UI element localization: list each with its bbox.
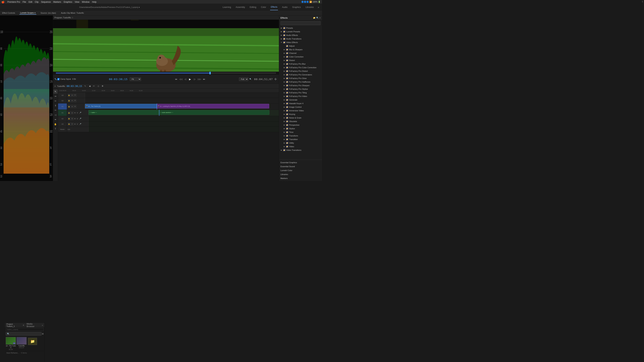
tree-item-audio-effects[interactable]: ▶ 📁 Audio Effects <box>279 33 322 37</box>
tree-item-hawaiki-keyer[interactable]: ▶ 📁 Hawaiki Keyer 4 <box>279 102 322 105</box>
go-to-in-point[interactable]: ⏮ <box>174 77 178 81</box>
track-a1-mic[interactable]: 🎤 <box>79 112 81 114</box>
slip-tool[interactable]: ◁ <box>53 113 58 117</box>
track-v2-sync[interactable]: ⊕ <box>71 99 73 102</box>
pen-tool[interactable]: ✒ <box>53 117 58 122</box>
quality-selector[interactable]: Full 1/2 1/4 <box>239 77 248 81</box>
clip-squirrels-audio[interactable]: ~~~audio waveform~~~ <box>159 110 269 115</box>
tree-item-fxfactory-generators[interactable]: ▶ 📁 FxFactory Pro Generators <box>279 73 322 76</box>
more-workspaces[interactable]: » <box>318 6 319 8</box>
tree-item-video[interactable]: ▶ 📁 Video <box>279 145 322 148</box>
footer-essential-graphics[interactable]: Essential Graphics <box>279 161 322 164</box>
monitor-scrubber-area[interactable] <box>53 72 279 74</box>
track-a2-lock[interactable]: 🔒 <box>68 117 70 120</box>
tab-lumetri-scopes[interactable]: Lumetri Scopes ≡ <box>20 11 36 14</box>
tab-assembly[interactable]: Assembly <box>235 4 246 10</box>
tree-item-transition[interactable]: ▶ 📁 Transition <box>279 138 322 141</box>
menu-markers[interactable]: Markers <box>53 1 61 3</box>
menu-window[interactable]: Window <box>82 1 90 3</box>
track-v1-eye[interactable]: 👁 <box>74 105 76 108</box>
track-a1-s[interactable]: S <box>77 112 78 114</box>
effects-new-folder[interactable]: 📁 <box>313 17 316 19</box>
tool-ripple[interactable]: ✂ <box>92 84 96 88</box>
tree-item-generate[interactable]: ▶ 📁 Generate <box>279 98 322 102</box>
tab-graphics[interactable]: Graphics <box>292 4 302 10</box>
track-v3-lock[interactable]: 🔒 <box>68 94 70 97</box>
add-marker[interactable]: ➕ <box>274 77 278 81</box>
step-back[interactable]: ◁◁ <box>179 77 183 81</box>
track-a3-sync[interactable]: ⊕ <box>71 123 73 125</box>
tab-color[interactable]: Color <box>260 4 267 10</box>
menu-sequence[interactable]: Sequence <box>41 1 51 3</box>
menu-help[interactable]: Help <box>92 1 96 3</box>
tree-item-distort[interactable]: ▶ 📁 Distort <box>279 58 322 62</box>
monitor-scrubber[interactable] <box>56 72 276 74</box>
tree-item-immersive-video[interactable]: ▶ 📁 Immersive Video <box>279 109 322 112</box>
tab-libraries[interactable]: Libraries <box>305 4 314 10</box>
tree-item-fxfactory-distort[interactable]: ▶ 📁 FxFactory Pro Distort <box>279 69 322 73</box>
tool-track-select[interactable]: ◀ <box>88 84 92 88</box>
ripple-tool[interactable]: ⇐ <box>53 99 58 103</box>
apple-menu[interactable]: 🍎 <box>2 0 4 3</box>
go-to-out-point[interactable]: ⏭ <box>202 77 206 81</box>
tree-item-lumetri-presets[interactable]: ▶ 📁 Lumetri Presets <box>279 30 322 33</box>
track-a3-s[interactable]: S <box>77 123 78 125</box>
track-a3-lock[interactable]: 🔒 <box>68 123 70 125</box>
track-v1-sync[interactable]: ⊕ <box>71 105 73 108</box>
tree-item-fxfactory-stylize[interactable]: ▶ 📁 FxFactory Pro Stylize <box>279 87 322 91</box>
tab-audio[interactable]: Audio <box>281 4 288 10</box>
tab-source-no-clips[interactable]: Source: (no clips) <box>40 11 57 14</box>
footer-libraries[interactable]: Libraries <box>279 172 322 176</box>
tab-editing[interactable]: Editing <box>249 4 257 10</box>
effects-find[interactable]: 🔍 <box>316 17 319 19</box>
tree-item-audio-transitions[interactable]: ▶ 📁 Audio Transitions <box>279 37 322 40</box>
track-a2-mic[interactable]: 🎤 <box>79 118 81 120</box>
clamp-signal-checkbox[interactable] <box>57 78 60 80</box>
tree-item-video-transitions[interactable]: ▶ 📁 Video Transitions <box>279 148 322 152</box>
razor-tool[interactable]: ✂ <box>53 108 58 112</box>
tree-item-fxfactory-blur[interactable]: ▶ 📁 FxFactory Pro Blur <box>279 62 322 66</box>
tree-item-keying[interactable]: ▶ 📁 Keying <box>279 112 322 116</box>
track-a3-mic[interactable]: 🎤 <box>79 123 81 125</box>
track-a1-sync[interactable]: ⊕ <box>71 111 73 114</box>
tree-item-fxfactory-halftones[interactable]: ▶ 📁 FxFactory Pro Halftones <box>279 80 322 84</box>
track-a2-m[interactable]: M <box>74 118 76 120</box>
tree-item-noise-grain[interactable]: ▶ 📁 Noise & Grain <box>279 116 322 120</box>
track-a1-lock[interactable]: 🔒 <box>68 111 70 114</box>
select-tool[interactable]: ↖ <box>53 89 58 94</box>
clip-squirrels-video[interactable]: 🎬 13 - Looking for Squirrels (15-May-11)… <box>157 104 269 108</box>
fit-selector[interactable]: Fit 25% 50% 75% 100% <box>130 77 141 81</box>
tree-item-stylize[interactable]: ▶ 📁 Stylize <box>279 127 322 130</box>
hand-tool[interactable]: ✋ <box>53 122 58 126</box>
menu-edit[interactable]: Edit <box>28 1 32 3</box>
track-v3-eye[interactable]: 👁 <box>74 94 76 97</box>
tree-item-video-effects[interactable]: ▼ 📁 Video Effects <box>279 40 322 44</box>
tree-item-obsolete[interactable]: ▶ 📁 Obsolete <box>279 120 322 123</box>
tree-item-fxfactory-video[interactable]: ▶ 📁 FxFactory Pro Video <box>279 94 322 98</box>
track-v1-lock[interactable]: 🔒 <box>68 105 70 108</box>
footer-essential-sound[interactable]: Essential Sound <box>279 164 322 168</box>
tab-learning[interactable]: Learning <box>222 4 232 10</box>
timecode-current[interactable]: 00:03:30;15 <box>109 78 128 81</box>
track-a1-m[interactable]: M <box>74 112 76 114</box>
track-a3-m[interactable]: M <box>74 123 76 125</box>
menu-view[interactable]: View <box>75 1 80 3</box>
tree-item-fxfactory-sharpen[interactable]: ▶ 📁 FxFactory Pro Sharpen <box>279 84 322 87</box>
menu-graphics[interactable]: Graphics <box>64 1 72 3</box>
tree-item-transform[interactable]: ▶ 📁 Transform <box>279 134 322 138</box>
tab-effect-controls[interactable]: Effect Controls <box>2 11 16 14</box>
tree-item-adjust[interactable]: 📁 Adjust <box>279 44 322 48</box>
track-v2-eye[interactable]: 👁 <box>74 99 76 102</box>
tree-item-blur-sharpen[interactable]: ▶ 📁 Blur & Sharpen <box>279 48 322 51</box>
zoom-tool[interactable]: ⇕ <box>53 103 58 108</box>
footer-lumetri-color[interactable]: Lumetri Color <box>279 168 322 172</box>
track-a2-sync[interactable]: ⊕ <box>71 117 73 120</box>
step-forward[interactable]: ▷▷ <box>198 77 202 81</box>
effects-menu[interactable]: ≡ <box>320 17 320 19</box>
scrubber-handle[interactable] <box>209 72 211 74</box>
tree-item-utility[interactable]: ▶ 📁 Utility <box>279 141 322 145</box>
clip-18-tudors-video[interactable]: 🎬 18 - The Tudors [V] <box>85 104 157 108</box>
menu-premiere[interactable]: Premiere Pro <box>7 1 20 3</box>
tree-item-channel[interactable]: ▶ 📁 Channel <box>279 51 322 55</box>
track-content-v1[interactable]: 🎬 18 - The Tudors [V] 🎬 13 - Looking for… <box>85 103 279 109</box>
